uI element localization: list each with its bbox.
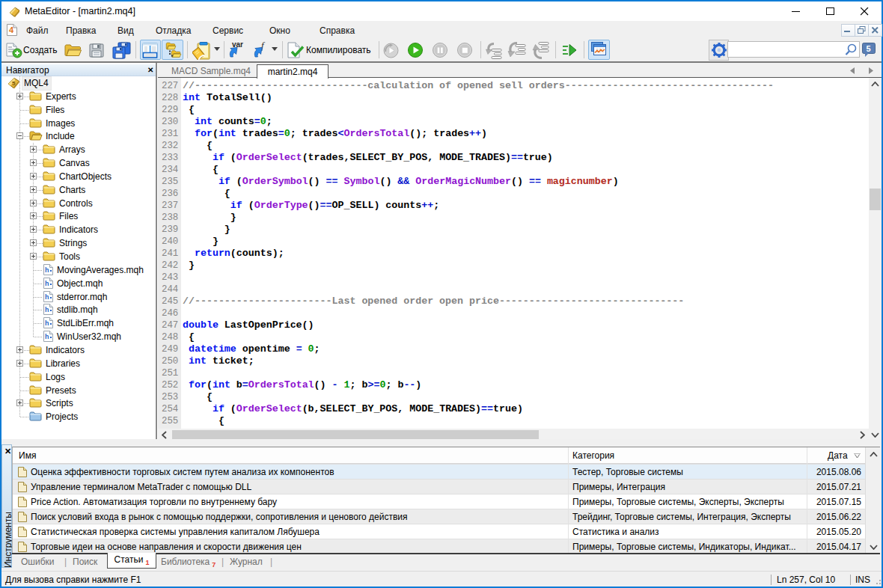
svg-text:h: h <box>45 266 49 274</box>
svg-text:h: h <box>45 319 49 327</box>
svg-text:h: h <box>45 280 49 287</box>
svg-text:5: 5 <box>12 80 16 87</box>
svg-text:5: 5 <box>867 44 871 53</box>
svg-text:h: h <box>45 333 49 340</box>
svg-text:4: 4 <box>9 25 14 34</box>
svg-text:h: h <box>45 293 49 301</box>
svg-text:var: var <box>232 40 243 49</box>
svg-text:h: h <box>45 306 49 313</box>
